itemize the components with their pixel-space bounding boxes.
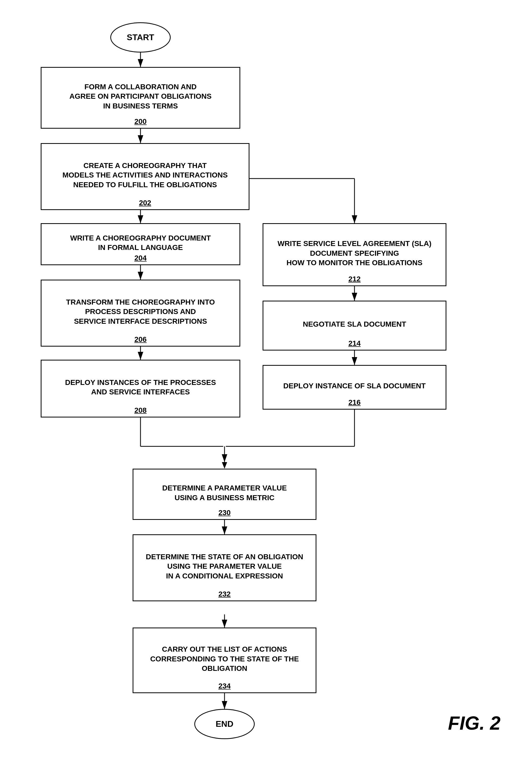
box204-num: 204 (134, 254, 147, 262)
box-234: CARRY OUT THE LIST OF ACTIONSCORRESPONDI… (133, 628, 316, 693)
box-200: FORM A COLLABORATION ANDAGREE ON PARTICI… (41, 67, 240, 129)
box-214: NEGOTIATE SLA DOCUMENT 214 (263, 301, 446, 351)
box-212: WRITE SERVICE LEVEL AGREEMENT (SLA)DOCUM… (263, 223, 446, 286)
box200-num: 200 (134, 117, 147, 126)
box200-label: FORM A COLLABORATION ANDAGREE ON PARTICI… (69, 82, 211, 111)
box206-label: TRANSFORM THE CHOREOGRAPHY INTOPROCESS D… (66, 297, 215, 326)
box208-label: DEPLOY INSTANCES OF THE PROCESSESAND SER… (65, 378, 216, 397)
box230-label: DETERMINE A PARAMETER VALUEUSING A BUSIN… (162, 483, 287, 503)
figure-label: FIG. 2 (448, 712, 500, 734)
box202-label: CREATE A CHOREOGRAPHY THATMODELS THE ACT… (62, 161, 228, 190)
box208-num: 208 (134, 406, 147, 415)
box212-label: WRITE SERVICE LEVEL AGREEMENT (SLA)DOCUM… (278, 239, 431, 268)
end-oval: END (194, 709, 255, 739)
box-230: DETERMINE A PARAMETER VALUEUSING A BUSIN… (133, 469, 316, 520)
box-216: DEPLOY INSTANCE OF SLA DOCUMENT 216 (263, 365, 446, 410)
box206-num: 206 (134, 335, 147, 344)
box216-label: DEPLOY INSTANCE OF SLA DOCUMENT (283, 381, 426, 391)
box232-label: DETERMINE THE STATE OF AN OBLIGATIONUSIN… (146, 552, 303, 581)
box212-num: 212 (348, 275, 361, 283)
box204-label: WRITE A CHOREOGRAPHY DOCUMENTIN FORMAL L… (70, 233, 211, 253)
svg-marker-18 (222, 462, 227, 469)
box232-num: 232 (218, 590, 231, 598)
box202-num: 202 (139, 199, 151, 207)
box234-num: 234 (218, 682, 231, 690)
box234-label: CARRY OUT THE LIST OF ACTIONSCORRESPONDI… (150, 645, 299, 673)
box-204: WRITE A CHOREOGRAPHY DOCUMENTIN FORMAL L… (41, 223, 240, 265)
box214-num: 214 (348, 339, 361, 348)
box216-num: 216 (348, 398, 361, 407)
diagram-container: START FORM A COLLABORATION ANDAGREE ON P… (0, 0, 532, 768)
box214-label: NEGOTIATE SLA DOCUMENT (303, 320, 406, 329)
box-208: DEPLOY INSTANCES OF THE PROCESSESAND SER… (41, 360, 240, 417)
start-label: START (127, 33, 154, 42)
box-202: CREATE A CHOREOGRAPHY THATMODELS THE ACT… (41, 143, 249, 210)
box-232: DETERMINE THE STATE OF AN OBLIGATIONUSIN… (133, 534, 316, 601)
end-label: END (216, 719, 233, 729)
box230-num: 230 (218, 509, 231, 517)
box-206: TRANSFORM THE CHOREOGRAPHY INTOPROCESS D… (41, 280, 240, 347)
start-oval: START (110, 22, 171, 53)
